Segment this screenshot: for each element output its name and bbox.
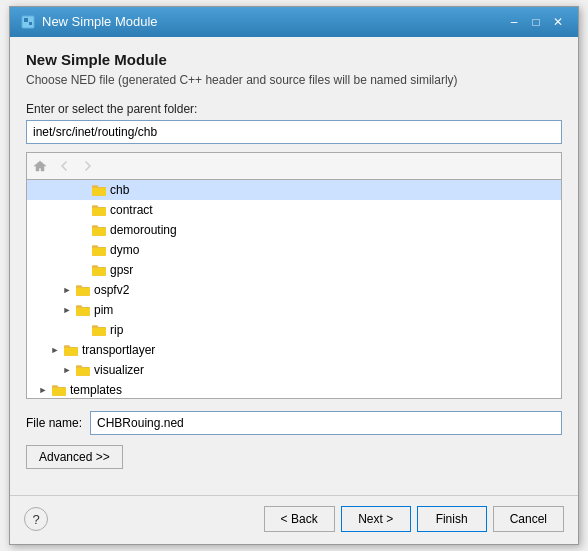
- tree-label-templates: templates: [70, 383, 122, 397]
- tree-label-rip: rip: [110, 323, 123, 337]
- tree-toolbar: [26, 152, 562, 179]
- folder-icon-demorouting: [91, 222, 107, 238]
- folder-icon-pim: [75, 302, 91, 318]
- cancel-button[interactable]: Cancel: [493, 506, 564, 532]
- folder-icon-dymo: [91, 242, 107, 258]
- tree-item-demorouting[interactable]: demorouting: [27, 220, 561, 240]
- advanced-button[interactable]: Advanced >>: [26, 445, 123, 469]
- tree-label-ospfv2: ospfv2: [94, 283, 129, 297]
- folder-icon-gpsr: [91, 262, 107, 278]
- footer-right: < Back Next > Finish Cancel: [264, 506, 564, 532]
- expand-templates[interactable]: ►: [35, 382, 51, 398]
- back-nav-button[interactable]: [53, 156, 75, 176]
- close-button[interactable]: ✕: [548, 12, 568, 32]
- tree-item-rip[interactable]: rip: [27, 320, 561, 340]
- tree-label-transportlayer: transportlayer: [82, 343, 155, 357]
- tree-label-dymo: dymo: [110, 243, 139, 257]
- file-name-label: File name:: [26, 416, 82, 430]
- tree-item-gpsr[interactable]: gpsr: [27, 260, 561, 280]
- folder-icon-ospfv2: [75, 282, 91, 298]
- expand-ospfv2[interactable]: ►: [59, 282, 75, 298]
- tree-container[interactable]: chb contract: [26, 179, 562, 399]
- tree-item-visualizer[interactable]: ► visualizer: [27, 360, 561, 380]
- svg-rect-2: [29, 22, 32, 25]
- maximize-button[interactable]: □: [526, 12, 546, 32]
- file-name-input[interactable]: [90, 411, 562, 435]
- back-button[interactable]: < Back: [264, 506, 335, 532]
- folder-input[interactable]: [26, 120, 562, 144]
- tree-item-contract[interactable]: contract: [27, 200, 561, 220]
- home-button[interactable]: [29, 156, 51, 176]
- tree-label-demorouting: demorouting: [110, 223, 177, 237]
- folder-icon-chb: [91, 182, 107, 198]
- expand-transportlayer[interactable]: ►: [47, 342, 63, 358]
- forward-nav-button[interactable]: [77, 156, 99, 176]
- dialog-body: New Simple Module Choose NED file (gener…: [10, 37, 578, 482]
- title-bar-left: New Simple Module: [20, 14, 158, 30]
- dialog-heading: New Simple Module: [26, 51, 562, 68]
- folder-icon-rip: [91, 322, 107, 338]
- title-bar-controls: – □ ✕: [504, 12, 568, 32]
- minimize-button[interactable]: –: [504, 12, 524, 32]
- folder-icon-visualizer: [75, 362, 91, 378]
- folder-icon-templates: [51, 382, 67, 398]
- tree-item-chb[interactable]: chb: [27, 180, 561, 200]
- dialog-window: New Simple Module – □ ✕ New Simple Modul…: [9, 6, 579, 546]
- title-bar: New Simple Module – □ ✕: [10, 7, 578, 37]
- tree-item-dymo[interactable]: dymo: [27, 240, 561, 260]
- tree-item-pim[interactable]: ► pim: [27, 300, 561, 320]
- tree-label-visualizer: visualizer: [94, 363, 144, 377]
- window-title: New Simple Module: [42, 14, 158, 29]
- help-button[interactable]: ?: [24, 507, 48, 531]
- svg-rect-1: [24, 18, 28, 22]
- file-name-row: File name:: [26, 411, 562, 435]
- tree-item-transportlayer[interactable]: ► transportlayer: [27, 340, 561, 360]
- footer-left: ?: [24, 507, 48, 531]
- tree-item-ospfv2[interactable]: ► ospfv2: [27, 280, 561, 300]
- module-icon: [20, 14, 36, 30]
- folder-label: Enter or select the parent folder:: [26, 102, 562, 116]
- tree-label-gpsr: gpsr: [110, 263, 133, 277]
- tree-item-templates[interactable]: ► templates: [27, 380, 561, 399]
- dialog-subtitle: Choose NED file (generated C++ header an…: [26, 72, 562, 89]
- folder-icon-contract: [91, 202, 107, 218]
- expand-visualizer[interactable]: ►: [59, 362, 75, 378]
- tree-label-pim: pim: [94, 303, 113, 317]
- next-button[interactable]: Next >: [341, 506, 411, 532]
- finish-button[interactable]: Finish: [417, 506, 487, 532]
- tree-label-chb: chb: [110, 183, 129, 197]
- dialog-footer: ? < Back Next > Finish Cancel: [10, 496, 578, 544]
- expand-pim[interactable]: ►: [59, 302, 75, 318]
- folder-icon-transportlayer: [63, 342, 79, 358]
- tree-label-contract: contract: [110, 203, 153, 217]
